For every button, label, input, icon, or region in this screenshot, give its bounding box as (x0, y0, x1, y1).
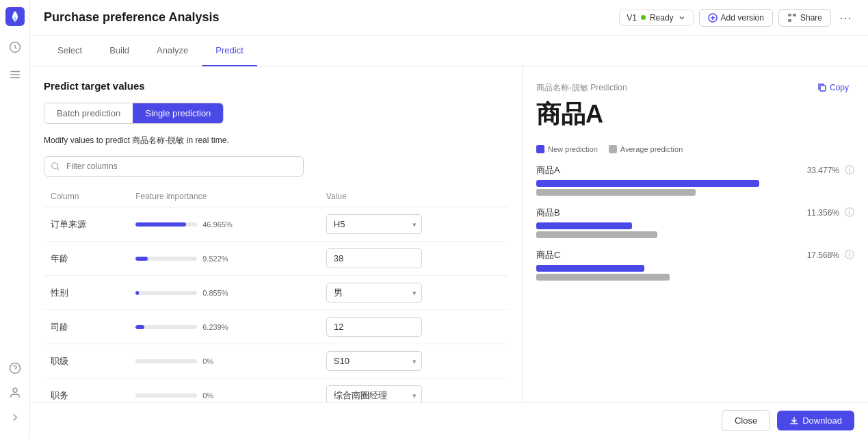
page-footer: Close Download (30, 402, 868, 438)
list-item: 商品C17.568%ⓘ (536, 249, 854, 281)
feature-importance-cell: 9.522% (129, 242, 319, 276)
info-icon[interactable]: ⓘ (845, 207, 854, 219)
sidebar-item-user[interactable] (7, 385, 23, 401)
svg-rect-14 (793, 14, 796, 16)
chart-legend: New prediction Average prediction (536, 145, 854, 153)
prediction-toggle: Batch prediction Single prediction (44, 103, 224, 124)
status-label: Ready (650, 13, 674, 23)
list-item: 商品B11.356%ⓘ (536, 207, 854, 238)
svg-rect-18 (820, 86, 826, 91)
value-cell (319, 310, 508, 344)
right-panel: 商品名称-脱敏 Prediction Copy 商品A New predic (523, 66, 868, 402)
importance-pct: 0.855% (202, 289, 231, 297)
legend-avg-prediction: Average prediction (609, 145, 683, 153)
feature-importance-cell: 6.239% (129, 310, 319, 344)
importance-bar-fill (135, 291, 139, 295)
sidebar (0, 0, 30, 438)
sidebar-item-menu[interactable] (7, 66, 23, 83)
col-header-importance: Feature importance (129, 186, 319, 207)
copy-button[interactable]: Copy (812, 80, 854, 95)
share-icon (787, 13, 797, 23)
page-title: Purchase preference Analysis (44, 10, 619, 25)
modify-hint: Modify values to predict 商品名称-脱敏 in real… (44, 135, 508, 146)
column-name: 司龄 (44, 310, 129, 344)
value-cell (319, 242, 508, 276)
avg-prediction-bar (536, 231, 657, 238)
svg-line-17 (57, 168, 60, 170)
copy-label: Copy (830, 83, 849, 92)
tab-analyze[interactable]: Analyze (143, 36, 202, 66)
value-input[interactable] (326, 248, 422, 268)
importance-bar-bg (135, 257, 197, 261)
filter-wrap (44, 156, 508, 177)
legend-dot-new (536, 145, 544, 153)
importance-pct: 46.965% (202, 220, 232, 229)
page-header: Purchase preference Analysis V1 Ready (30, 0, 868, 36)
version-badge[interactable]: V1 Ready (619, 10, 693, 26)
importance-pct: 9.522% (202, 255, 231, 263)
value-cell: 男女 (319, 276, 508, 310)
table-row: 年龄9.522% (44, 242, 508, 276)
close-button[interactable]: Close (722, 410, 770, 431)
tab-bar: Select Build Analyze Predict (30, 36, 868, 66)
importance-bar-fill (135, 325, 144, 329)
share-button[interactable]: Share (778, 9, 831, 27)
new-prediction-bar (536, 265, 644, 272)
table-row: 职务0%综合南圈经理经理总监 (44, 378, 508, 403)
importance-bar-fill (135, 222, 186, 227)
col-header-column: Column (44, 186, 129, 207)
version-label: V1 (627, 13, 637, 23)
single-prediction-button[interactable]: Single prediction (133, 103, 223, 123)
importance-bar-bg (135, 394, 197, 398)
importance-bar-bg (135, 291, 197, 295)
more-options-button[interactable]: ⋯ (837, 8, 854, 28)
avg-prediction-bar (536, 189, 696, 196)
sidebar-item-help[interactable] (7, 360, 23, 376)
content-area: Predict target values Batch prediction S… (30, 66, 868, 402)
section-title: Predict target values (44, 80, 508, 92)
value-input[interactable] (326, 317, 422, 337)
legend-new-prediction: New prediction (536, 145, 598, 153)
download-icon (789, 416, 799, 426)
tab-predict[interactable]: Predict (202, 36, 257, 66)
sidebar-item-expand[interactable] (7, 409, 23, 426)
filter-columns-input[interactable] (44, 156, 304, 177)
value-select[interactable]: 男女 (326, 283, 422, 302)
importance-bar-bg (135, 222, 197, 227)
feature-importance-cell: 0% (129, 344, 319, 378)
copy-icon (817, 83, 827, 92)
value-select[interactable]: S10S9S8 (326, 351, 422, 371)
sidebar-item-dashboard[interactable] (7, 39, 23, 55)
main-content: Purchase preference Analysis V1 Ready (30, 0, 868, 438)
pred-item-name: 商品B (536, 207, 560, 219)
status-dot (641, 15, 646, 20)
add-version-button[interactable]: Add version (699, 9, 773, 27)
table-row: 订单来源46.965%H5APPWeb (44, 207, 508, 242)
value-cell: 综合南圈经理经理总监 (319, 378, 508, 403)
info-icon[interactable]: ⓘ (845, 164, 854, 177)
table-row: 司龄6.239% (44, 310, 508, 344)
search-icon (51, 162, 60, 171)
svg-line-3 (15, 47, 16, 49)
table-row: 性别0.855%男女 (44, 276, 508, 310)
column-name: 职务 (44, 378, 129, 403)
value-select[interactable]: H5APPWeb (326, 214, 422, 234)
info-icon[interactable]: ⓘ (845, 249, 854, 261)
importance-bar-bg (135, 359, 197, 363)
left-panel: Predict target values Batch prediction S… (30, 66, 523, 402)
tab-build[interactable]: Build (96, 36, 143, 66)
tab-select[interactable]: Select (44, 36, 96, 66)
prediction-value: 商品A (536, 98, 854, 131)
value-cell: H5APPWeb (319, 207, 508, 242)
plus-icon (708, 13, 718, 23)
app-logo[interactable] (5, 7, 25, 28)
svg-point-16 (52, 163, 58, 169)
column-name: 职级 (44, 344, 129, 378)
batch-prediction-button[interactable]: Batch prediction (44, 103, 133, 123)
value-select[interactable]: 综合南圈经理经理总监 (326, 385, 422, 402)
column-name: 性别 (44, 276, 129, 310)
download-button[interactable]: Download (777, 411, 854, 430)
chevron-down-icon (678, 14, 686, 22)
legend-dot-avg (609, 145, 617, 153)
prediction-header: 商品名称-脱敏 Prediction Copy (536, 80, 854, 95)
